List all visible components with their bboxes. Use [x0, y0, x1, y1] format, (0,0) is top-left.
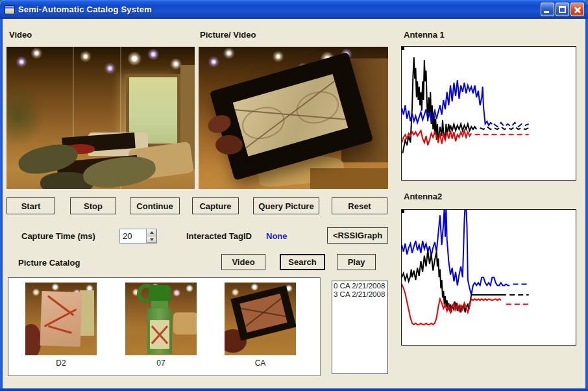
window-border-bottom [0, 388, 588, 391]
shadow-blob [25, 324, 41, 355]
search-button[interactable]: Search [280, 254, 325, 270]
list-item[interactable]: 0 CA 2/21/2008 8:2 [332, 281, 387, 290]
antenna2-label: Antenna2 [404, 192, 442, 201]
chart-origin-mark [402, 210, 404, 213]
bottle-cap [149, 285, 171, 302]
reset-button[interactable]: Reset [332, 197, 387, 214]
sofa [173, 312, 197, 334]
video-label: Video [9, 30, 32, 40]
catalog-thumbnail-ca[interactable] [225, 283, 296, 355]
antenna2-chart [401, 209, 576, 346]
window-border-left [0, 19, 3, 391]
catalog-thumbnail-d2[interactable] [25, 283, 97, 355]
picture-video-image [199, 47, 388, 189]
video-frame-image [6, 47, 195, 189]
stepper-up-icon[interactable] [147, 229, 156, 236]
catalog-thumbnail-07[interactable] [125, 283, 197, 355]
frame-screen [233, 74, 349, 157]
close-button[interactable] [570, 3, 584, 16]
frame-screen [239, 294, 287, 333]
rssi-graph-button[interactable]: <RSSIGraph [327, 227, 388, 244]
antenna1-label: Antenna 1 [404, 30, 445, 40]
capture-time-stepper[interactable]: 20 [119, 229, 157, 244]
maximize-icon [559, 6, 566, 13]
bright-window [80, 290, 94, 336]
continue-button[interactable]: Continue [130, 197, 180, 214]
interaction-log-list[interactable]: 0 CA 2/21/2008 8:2 3 CA 2/21/2008 8:2 [332, 281, 388, 374]
window-border-right [585, 19, 588, 391]
maximize-button[interactable] [556, 3, 569, 16]
table-edge [310, 168, 388, 189]
minimize-icon [544, 11, 549, 13]
window-title: Semi-Automatic Catalog System [18, 5, 152, 14]
play-button[interactable]: Play [337, 254, 376, 270]
titlebar[interactable]: Semi-Automatic Catalog System [0, 0, 588, 19]
minimize-button[interactable] [541, 3, 554, 16]
bottle-label [150, 320, 169, 349]
thumbnail-caption: CA [225, 359, 296, 368]
interacted-tagid-value: None [266, 231, 288, 241]
interacted-tagid-label: Interacted TagID [186, 231, 252, 241]
picture-video-label: Picture/ Video [200, 30, 256, 40]
stepper-down-icon[interactable] [147, 236, 156, 244]
thumbnail-caption: 07 [125, 359, 197, 368]
capture-button[interactable]: Capture [192, 197, 239, 214]
red-scribble [48, 325, 73, 334]
start-button[interactable]: Start [6, 197, 55, 214]
stepper-arrows [146, 229, 156, 243]
app-window: Semi-Automatic Catalog System Video Pict… [0, 0, 588, 391]
picture-catalog-panel: D2 07 CA [8, 277, 321, 376]
finger [215, 135, 243, 155]
red-scribble [44, 309, 77, 327]
chart-origin-mark [402, 47, 404, 50]
picture-catalog-label: Picture Catalog [18, 258, 80, 268]
query-picture-button[interactable]: Query Picture [253, 197, 319, 214]
list-item[interactable]: 3 CA 2/21/2008 8:2 [332, 290, 387, 298]
capture-time-value[interactable]: 20 [120, 229, 146, 243]
sketch-loop [238, 102, 289, 144]
tagged-bag [40, 291, 82, 347]
plants-reflection [6, 87, 45, 145]
video-mode-button[interactable]: Video [221, 254, 265, 270]
window-controls [541, 3, 584, 16]
antenna1-chart [401, 46, 576, 181]
capture-time-label: Capture Time (ms) [21, 231, 95, 241]
app-icon [5, 5, 15, 14]
sketch-x [244, 297, 283, 328]
stop-button[interactable]: Stop [70, 197, 116, 214]
thumbnail-caption: D2 [25, 359, 97, 368]
